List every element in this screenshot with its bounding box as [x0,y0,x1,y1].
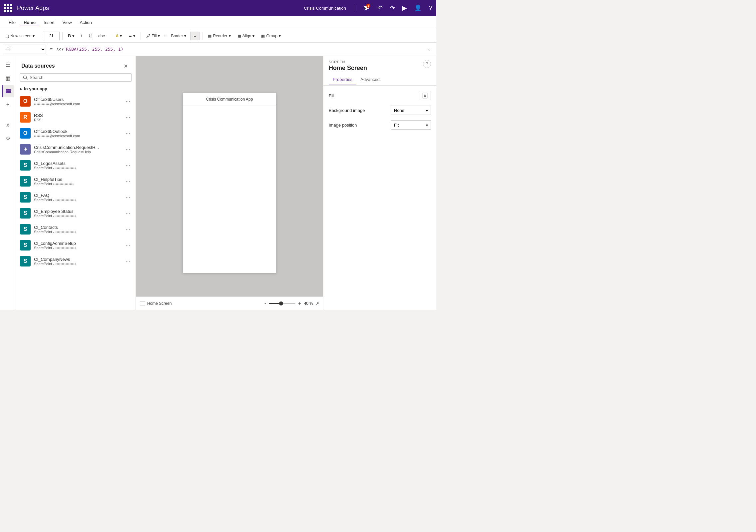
separator-1 [355,5,355,11]
close-panel-button[interactable]: ✕ [121,61,130,71]
tab-properties[interactable]: Properties [329,74,356,85]
font-size-input[interactable] [43,32,60,40]
toolbar-grid-icon: ☷ [164,34,167,38]
sidebar-layers-icon[interactable]: ▦ [2,72,14,84]
data-item-sub: SharePoint - •••••••••••••••• [34,262,121,266]
fx-button[interactable]: fx [57,47,63,52]
data-item-sub: RSS [34,118,121,122]
toolbar-sep-2 [62,32,63,40]
data-item-more-button[interactable]: ··· [125,129,132,138]
prop-panel-header: SCREEN Home Screen ? [323,56,436,74]
data-item[interactable]: OOffice365Outlook••••••••••••@onmicrosof… [16,125,136,141]
data-item[interactable]: ✦CrisisCommunication.RequestH...CrisisCo… [16,141,136,157]
sidebar-menu-icon[interactable]: ☰ [2,59,14,71]
new-screen-button[interactable]: ▢ New screen [3,32,37,40]
menu-view[interactable]: View [59,19,75,26]
data-item[interactable]: SCI_LogosAssetsSharePoint - ••••••••••••… [16,157,136,173]
fill-icon: 🖍 [146,34,150,38]
zoom-plus-button[interactable]: + [298,300,301,306]
data-item[interactable]: SCI_configAdminSetupSharePoint - •••••••… [16,237,136,253]
data-item-more-button[interactable]: ··· [125,177,132,186]
strikethrough-button[interactable]: abc [96,32,107,40]
menu-action[interactable]: Action [77,19,95,26]
data-item-name: Office365Outlook [34,129,121,134]
sidebar-add-icon[interactable]: + [2,99,14,111]
sidebar-media-icon[interactable]: ♬ [2,119,14,131]
data-item[interactable]: SCI_ContactsSharePoint - •••••••••••••••… [16,221,136,237]
tab-advanced[interactable]: Advanced [356,74,384,85]
background-image-dropdown[interactable]: None [391,106,431,115]
slash-button[interactable]: / [78,32,85,40]
menu-home[interactable]: Home [20,19,39,26]
data-sources-panel: Data sources ✕ In your app OOffice365Use… [16,56,136,310]
zoom-slider[interactable] [269,303,295,304]
align-button[interactable]: ≣ [126,32,138,40]
data-item-more-button[interactable]: ··· [125,241,132,250]
data-item-more-button[interactable]: ··· [125,113,132,122]
user-icon[interactable]: 👤 [414,4,422,12]
menu-file[interactable]: File [5,19,19,26]
bold-chevron [72,34,74,38]
data-item[interactable]: SCI_FAQSharePoint - ••••••••••••••••··· [16,189,136,205]
fill-color-icon [422,92,428,99]
data-item[interactable]: SCI_HelpfulTipsSharePoint ••••••••••••••… [16,173,136,189]
data-item[interactable]: SCI_Employee StatusSharePoint - ••••••••… [16,205,136,221]
data-item-more-button[interactable]: ··· [125,97,132,106]
reorder-button[interactable]: ▦ Reorder [205,32,233,40]
more-dropdown[interactable]: ⌄ [190,32,199,40]
undo-icon[interactable]: ↶ [378,4,383,12]
data-item-info: CI_ContactsSharePoint - •••••••••••••••• [34,225,121,234]
data-item[interactable]: OOffice365Users••••••••••••@onmicrosoft.… [16,93,136,109]
help-icon[interactable]: ? [429,5,432,12]
sidebar-icons: ☰ ▦ + ♬ ⚙ [0,56,16,310]
fill-row: Fill [329,91,431,100]
toolbar-sep-1 [40,32,40,40]
fill-button[interactable]: 🖍 Fill [144,32,163,40]
border-button[interactable]: Border [168,32,189,40]
data-item-sub: SharePoint •••••••••••••••• [34,182,121,186]
font-color-button[interactable]: A [113,32,125,40]
bold-button[interactable]: B [65,32,77,40]
sidebar-settings-icon[interactable]: ⚙ [2,132,14,144]
data-item-more-button[interactable]: ··· [125,257,132,266]
align-btn[interactable]: ▦ Align [235,32,257,40]
expand-icon[interactable]: ↗ [316,301,319,306]
data-item-info: Office365Users••••••••••••@onmicrosoft.c… [34,97,121,106]
formula-input[interactable] [66,45,422,54]
fill-color-button[interactable] [419,91,431,100]
zoom-minus-button[interactable]: - [264,300,266,306]
data-item-more-button[interactable]: ··· [125,161,132,170]
group-button[interactable]: ▦ Group [258,32,283,40]
zoom-slider-fill [269,303,279,304]
data-item-more-button[interactable]: ··· [125,145,132,154]
waffle-icon[interactable] [4,4,12,12]
help-button[interactable]: ? [423,60,431,68]
waffle-menu[interactable] [4,4,12,12]
play-icon[interactable]: ▶ [402,4,407,12]
sidebar-database-icon[interactable] [2,85,14,97]
data-item-more-button[interactable]: ··· [125,209,132,218]
data-item-name: CrisisCommunication.RequestH... [34,145,121,150]
menu-insert[interactable]: Insert [40,19,58,26]
data-item-info: CI_LogosAssetsSharePoint - •••••••••••••… [34,161,121,170]
menu-bar: File Home Insert View Action [0,16,436,29]
data-item-more-button[interactable]: ··· [125,193,132,202]
data-item-name: RSS [34,113,121,118]
equals-sign: = [49,47,54,52]
data-item-info: CI_CompanyNewsSharePoint - •••••••••••••… [34,257,121,266]
redo-icon[interactable]: ↷ [390,4,395,12]
data-item[interactable]: SCI_CompanyNewsSharePoint - ••••••••••••… [16,253,136,269]
screen-label: SCREEN [329,60,367,64]
data-item-sub: SharePoint - •••••••••••••••• [34,246,121,250]
search-input[interactable] [30,75,129,80]
data-item-more-button[interactable]: ··· [125,225,132,234]
property-select[interactable]: Fill [3,45,46,54]
image-position-chevron [426,123,428,128]
data-item[interactable]: RRSSRSS··· [16,109,136,125]
underline-button[interactable]: U [86,32,94,40]
search-box [20,73,132,82]
formula-expand-btn[interactable]: ⌄ [424,45,434,54]
notifications-icon[interactable]: 🕷 1 [364,5,369,11]
in-your-app-header[interactable]: In your app [16,84,136,93]
image-position-dropdown[interactable]: Fit [391,120,431,130]
